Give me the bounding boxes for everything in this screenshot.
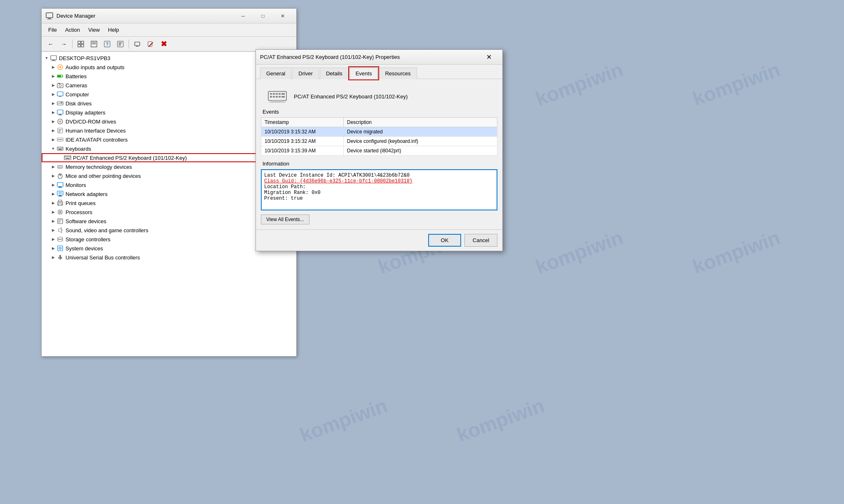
- menu-help[interactable]: Help: [105, 25, 122, 35]
- svg-rect-113: [276, 96, 278, 98]
- svg-rect-58: [66, 158, 70, 159]
- tree-label-batteries: Batteries: [66, 73, 87, 79]
- menu-view[interactable]: View: [85, 25, 103, 35]
- close-button[interactable]: ✕: [273, 10, 292, 22]
- event-row-3[interactable]: 10/10/2019 3:15:39 AM Device started (i8…: [261, 146, 497, 156]
- tab-details[interactable]: Details: [320, 68, 349, 79]
- device-big-icon: [267, 89, 287, 104]
- ok-button[interactable]: OK: [428, 234, 461, 247]
- toggle-icon-mice: ▶: [50, 173, 56, 179]
- cancel-button[interactable]: Cancel: [464, 234, 497, 247]
- svg-rect-47: [58, 148, 59, 149]
- svg-rect-62: [61, 166, 61, 169]
- svg-rect-112: [273, 96, 275, 98]
- sound-icon: [56, 226, 64, 234]
- dialog-close-button[interactable]: ✕: [479, 51, 498, 63]
- tree-label-keyboard-device: PC/AT Enhanced PS/2 Keyboard (101/102-Ke…: [73, 155, 187, 161]
- ide-icon: [56, 136, 64, 143]
- event-row-2[interactable]: 10/10/2019 3:15:32 AM Device configured …: [261, 137, 497, 146]
- menubar: File Action View Help: [42, 23, 296, 37]
- svg-rect-12: [119, 42, 122, 43]
- dialog-titlebar: PC/AT Enhanced PS/2 Keyboard (101/102-Ke…: [256, 50, 502, 65]
- svg-rect-117: [269, 102, 286, 103]
- menu-file[interactable]: File: [45, 25, 60, 35]
- maximize-button[interactable]: □: [253, 10, 272, 22]
- software-icon: [56, 217, 64, 225]
- tree-root-label: DESKTOP-RS1VPB3: [59, 55, 110, 61]
- svg-rect-78: [59, 211, 61, 213]
- titlebar-buttons: ─ □ ✕: [234, 10, 292, 22]
- monitor-icon: [56, 181, 64, 189]
- svg-rect-69: [57, 191, 63, 195]
- refresh-button[interactable]: [88, 39, 100, 49]
- info-box[interactable]: Last Device Instance Id: ACPI\ATK3001\4&…: [261, 169, 497, 210]
- svg-rect-31: [59, 96, 61, 97]
- svg-rect-49: [61, 148, 61, 149]
- svg-rect-50: [62, 148, 63, 149]
- mouse-icon: [56, 172, 64, 180]
- back-button[interactable]: ←: [45, 39, 56, 49]
- svg-rect-35: [57, 110, 63, 114]
- tab-events[interactable]: Events: [349, 68, 378, 79]
- svg-rect-29: [59, 83, 60, 84]
- properties-button[interactable]: [115, 39, 126, 49]
- svg-rect-51: [59, 149, 62, 150]
- dialog-title: PC/AT Enhanced PS/2 Keyboard (101/102-Ke…: [260, 54, 479, 60]
- event-row-1[interactable]: 10/10/2019 3:15:32 AM Device migrated: [261, 127, 497, 137]
- tab-driver[interactable]: Driver: [292, 68, 319, 79]
- info-line-1: Last Device Instance Id: ACPI\ATK3001\4&…: [264, 173, 494, 178]
- overview-button[interactable]: [75, 39, 87, 49]
- info-section-label: Information: [261, 161, 497, 167]
- view-all-events-button[interactable]: View All Events...: [261, 215, 309, 224]
- tree-label-display: Display adapters: [66, 110, 106, 116]
- svg-marker-91: [59, 228, 61, 233]
- main-window-title: Device Manager: [56, 13, 234, 19]
- tab-resources[interactable]: Resources: [379, 68, 417, 79]
- computer2-icon: [56, 91, 64, 98]
- menu-action[interactable]: Action: [62, 25, 83, 35]
- svg-marker-100: [59, 255, 61, 257]
- toggle-icon-root: ▼: [43, 55, 50, 61]
- svg-rect-110: [281, 93, 285, 95]
- svg-rect-16: [136, 46, 138, 47]
- toggle-icon-system: ▶: [50, 245, 56, 252]
- toggle-icon-diskdrives: ▶: [50, 100, 56, 107]
- update-driver-button[interactable]: [131, 39, 143, 49]
- toggle-icon-display: ▶: [50, 109, 56, 116]
- computer-icon: [50, 54, 57, 62]
- svg-rect-3: [78, 41, 80, 44]
- toggle-icon-sound: ▶: [50, 227, 56, 233]
- svg-rect-45: [58, 139, 62, 140]
- toggle-icon-dvd: ▶: [50, 118, 56, 125]
- svg-point-23: [59, 66, 61, 68]
- svg-rect-106: [270, 93, 272, 95]
- uninstall-button[interactable]: [145, 39, 156, 49]
- toggle-icon-print: ▶: [50, 200, 56, 206]
- tab-general[interactable]: General: [260, 68, 291, 79]
- events-tab-content: PC/AT Enhanced PS/2 Keyboard (101/102-Ke…: [256, 79, 502, 229]
- svg-rect-70: [59, 195, 61, 196]
- dialog-footer: OK Cancel: [256, 229, 502, 251]
- svg-point-92: [58, 237, 63, 239]
- events-table: Timestamp Description 10/10/2019 3:15:32…: [261, 117, 497, 156]
- svg-point-39: [59, 121, 61, 122]
- main-titlebar: Device Manager ─ □ ✕: [42, 9, 296, 23]
- tab-bar: General Driver Details Events Resources: [256, 65, 502, 79]
- info-line-3: Location Path:: [264, 184, 494, 190]
- svg-rect-4: [81, 41, 84, 44]
- svg-point-98: [60, 248, 61, 249]
- forward-button[interactable]: →: [58, 39, 70, 49]
- usb-icon: [56, 254, 64, 261]
- tree-label-software: Software devices: [66, 218, 106, 224]
- svg-rect-8: [92, 42, 96, 44]
- toggle-icon-keyboards: ▼: [50, 145, 56, 152]
- app-icon: [46, 12, 53, 20]
- help-button[interactable]: ?: [101, 39, 113, 49]
- tree-label-computer: Computer: [66, 91, 89, 98]
- remove-button[interactable]: ✖: [158, 39, 169, 49]
- dvd-icon: [56, 118, 64, 125]
- minimize-button[interactable]: ─: [234, 10, 253, 22]
- processor-icon: [56, 208, 64, 216]
- svg-rect-13: [119, 44, 121, 44]
- tree-item-usb[interactable]: ▶ Universal Serial Bus controllers: [42, 253, 296, 262]
